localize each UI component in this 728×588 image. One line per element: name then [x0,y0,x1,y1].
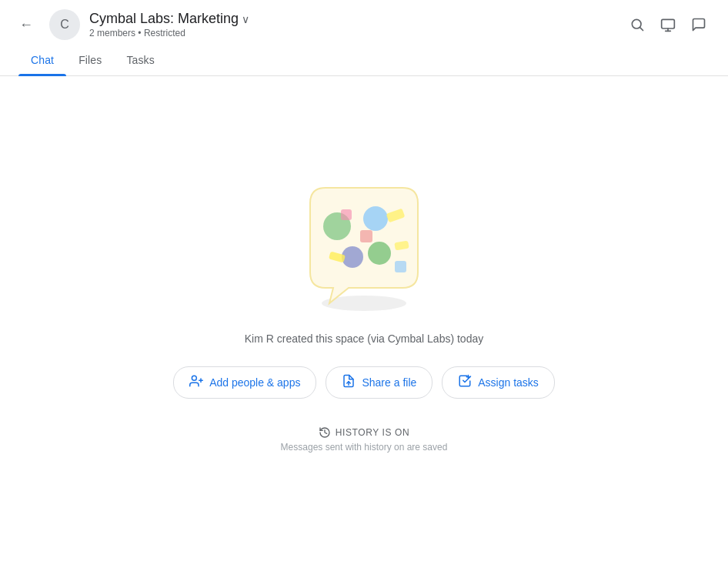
space-title-button[interactable]: Cymbal Labs: Marketing ∨ [89,11,614,27]
add-people-apps-button[interactable]: Add people & apps [173,366,316,399]
history-label: HISTORY IS ON [319,426,410,439]
search-button[interactable] [623,11,651,38]
header-info: Cymbal Labs: Marketing ∨ 2 members • Res… [89,11,614,38]
main-content: Kim R created this space (via Cymbal Lab… [0,76,728,549]
share-file-button[interactable]: Share a file [326,366,432,399]
tab-chat[interactable]: Chat [18,46,66,75]
present-icon [660,17,676,32]
add-person-icon [189,374,203,391]
svg-rect-15 [395,261,406,272]
present-button[interactable] [654,11,682,38]
history-icon [319,426,331,439]
assign-tasks-label: Assign tasks [478,376,539,389]
svg-line-1 [640,28,643,31]
add-people-label: Add people & apps [209,376,300,389]
svg-rect-14 [341,209,352,220]
history-on-text: HISTORY IS ON [336,427,410,438]
header-actions [623,11,713,38]
space-created-message: Kim R created this space (via Cymbal Lab… [245,332,483,345]
svg-point-7 [368,242,391,265]
tab-files[interactable]: Files [66,46,114,75]
chat-illustration [287,180,441,319]
space-avatar: C [49,9,80,40]
search-icon [629,17,645,32]
tabs-bar: Chat Files Tasks [0,46,728,76]
share-file-label: Share a file [362,376,416,389]
svg-point-8 [363,206,388,231]
back-button[interactable]: ← [12,11,40,38]
header: ← C Cymbal Labs: Marketing ∨ 2 members •… [0,0,728,46]
svg-rect-13 [360,230,372,242]
svg-point-16 [192,376,197,380]
history-sublabel: Messages sent with history on are saved [281,442,448,453]
space-subtitle: 2 members • Restricted [89,28,614,38]
chat-button[interactable] [685,11,713,38]
svg-point-0 [632,19,641,28]
history-section: HISTORY IS ON Messages sent with history… [281,426,448,453]
share-file-icon [342,374,356,391]
svg-rect-2 [662,19,675,28]
chat-icon [691,17,706,32]
assign-tasks-icon [458,374,472,391]
assign-tasks-button[interactable]: Assign tasks [442,366,555,399]
space-title-text: Cymbal Labs: Marketing [89,11,239,27]
action-buttons-row: Add people & apps Share a file [173,366,555,399]
chevron-down-icon: ∨ [242,13,249,25]
tab-tasks[interactable]: Tasks [114,46,167,75]
